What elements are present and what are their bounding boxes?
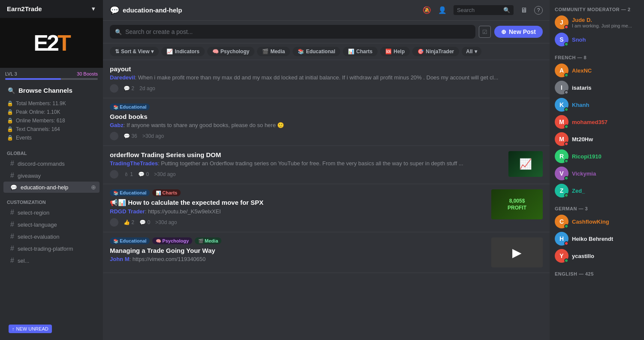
post-content: orderflow Trading Series using DOM Tradi… [110,151,503,179]
checkbox-button[interactable]: ☑ [479,26,491,38]
dropdown-icon: ▼ [91,6,96,12]
member-alexnc[interactable]: A AlexNC [551,62,642,79]
sidebar-item-giveaway[interactable]: # giveaway [3,170,100,182]
filter-help[interactable]: 🆘 Help [380,47,410,56]
status-indicator [564,159,568,163]
active-channel-name: education-and-help [21,184,88,191]
member-isataris[interactable]: I isataris [551,79,642,96]
post-tags: 📚 Educational 🧠 Psychology 🎬 Media [110,237,486,244]
browse-channels-item[interactable]: 🔍 Browse Channels [3,84,100,97]
french-section: FRENCH — 8 A AlexNC I isataris K [550,52,644,199]
member-jude-d[interactable]: J Jude D. I am working. Just ping me... [551,14,642,31]
post-item[interactable]: payout Daredevil: When i make profit mor… [103,60,550,98]
sort-view-button[interactable]: ⇅ Sort & View ▾ [110,47,159,56]
member-ricopi1910[interactable]: R Ricopi1910 [551,148,642,165]
member-info: Zed_ [572,188,639,194]
member-info: CashflowKing [572,219,639,225]
chevron-down-icon: ▾ [151,49,154,55]
educational-tag-icon: 📚 [113,105,118,109]
member-name: Zed_ [572,188,639,194]
member-name: Vickymia [572,170,639,177]
filter-bar: ⇅ Sort & View ▾ 📈 Indicators 🧠 Psycholog… [103,43,550,60]
member-ycastillo[interactable]: Y ycastillo [551,247,642,264]
english-section: ENGLISH — 425 [550,268,644,278]
psychology-icon: 🧠 [212,49,219,55]
new-post-button[interactable]: ⊕ New Post [494,26,543,38]
level-bar [5,78,98,80]
sidebar-item-select-evaluation[interactable]: # select-evaluation [3,231,100,243]
header-icons: 🔕 👤 Search 🔍 🖥 ? [423,5,543,15]
help-icon[interactable]: ? [534,6,543,15]
new-unread-button[interactable]: ↑ NEW UNREAD [9,325,52,333]
filter-psychology[interactable]: 🧠 Psychology [207,47,254,56]
filter-charts[interactable]: 📊 Charts [343,47,378,56]
sidebar-item-discord-commands[interactable]: # discord-commands [3,158,100,170]
stat-text-channels: 🔒 Text Channels: 164 [0,125,103,134]
post-avatar [110,132,118,140]
hash-icon: # [10,245,14,252]
add-icon[interactable]: ⊕ [91,184,96,191]
post-item[interactable]: 📚 Educational 🧠 Psychology 🎬 Media Manag… [103,232,550,273]
member-name: Khanh [572,102,639,108]
sidebar-item-sel[interactable]: # sel... [3,255,100,267]
status-indicator [564,241,568,246]
member-name: isataris [572,85,639,91]
member-heiko-behrendt[interactable]: H Heiko Behrendt [551,230,642,247]
member-mohamed357[interactable]: M mohamed357 [551,113,642,131]
level-label: LVL 3 [5,71,17,76]
sidebar-item-select-trading-platform[interactable]: # select-trading-platform [3,243,100,255]
post-thumbnail: ▶ [491,237,543,267]
english-header: ENGLISH — 425 [550,268,644,278]
member-name: Jude D. [572,17,639,23]
plus-icon: ⊕ [501,28,506,35]
ninjatrader-icon: 🎯 [417,49,424,55]
server-header[interactable]: Earn2Trade ▼ [0,0,103,18]
search-bar[interactable]: Search 🔍 [454,5,514,15]
sort-icon: ⇅ [115,49,119,55]
channel-header: 💬 education-and-help 🔕 👤 Search 🔍 🖥 ? [103,0,550,21]
post-title: 📢📊 How to calculate the expected move fo… [110,199,486,206]
level-bar-area: LVL 3 30 Boosts [0,68,103,83]
post-item[interactable]: orderflow Trading Series using DOM Tradi… [103,146,550,184]
sidebar-item-education-and-help[interactable]: 💬 education-and-help ⊕ [3,182,100,193]
monitor-icon[interactable]: 🖥 [520,6,527,14]
member-info: isataris [572,85,639,91]
member-zed[interactable]: Z Zed_ [551,182,642,199]
hash-icon: # [10,233,14,240]
profile-icon[interactable]: 👤 [438,6,447,14]
member-name: Snoh [572,36,639,43]
filter-indicators[interactable]: 📈 Indicators [161,47,204,56]
post-replies: 💬 0 [138,171,149,177]
sidebar-item-select-region[interactable]: # select-region [3,206,100,219]
post-item[interactable]: 📚 Educational 📊 Charts 📢📊 How to calcula… [103,184,550,232]
filter-ninjatrader[interactable]: 🎯 NinjaTrader [412,47,459,56]
german-header: GERMAN — 3 [550,203,644,213]
member-avatar: C [555,215,568,228]
post-thumbnail: 8,005$PROFIT [491,189,543,219]
member-cashflowking[interactable]: C CashflowKing [551,213,642,230]
global-section-title: GLOBAL [0,144,103,158]
post-title: orderflow Trading Series using DOM [110,151,503,158]
member-khanh[interactable]: K Khanh [551,96,642,113]
educational-tag-icon: 📚 [113,239,118,243]
member-snoh[interactable]: S Snoh [551,31,642,48]
member-name: AlexNC [572,67,639,74]
member-name: Ricopi1910 [572,153,639,160]
new-unread-area: ↑ NEW UNREAD [0,318,103,340]
sidebar-item-select-language[interactable]: # select-language [3,219,100,231]
post-author: John M [110,256,130,262]
stat-total-members: 🔒 Total Members: 11.9K [0,99,103,108]
filter-media[interactable]: 🎬 Media [257,47,290,56]
filter-all-button[interactable]: All ▾ [462,47,481,56]
member-info: Vickymia [572,170,639,177]
post-item[interactable]: 📚 Educational Good books Gabz: If anyone… [103,98,550,146]
mute-icon[interactable]: 🔕 [423,6,431,14]
status-indicator [564,193,568,197]
main-content: 💬 education-and-help 🔕 👤 Search 🔍 🖥 ? 🔍 … [103,0,550,340]
member-avatar: A [555,64,568,77]
filter-educational[interactable]: 📚 Educational [293,47,340,56]
member-mt20hw[interactable]: M Mt20Hw [551,131,642,148]
search-create-input[interactable]: 🔍 Search or create a post... [110,25,475,39]
member-vickymia[interactable]: V Vickymia [551,165,642,182]
educational-icon: 📚 [298,49,304,55]
